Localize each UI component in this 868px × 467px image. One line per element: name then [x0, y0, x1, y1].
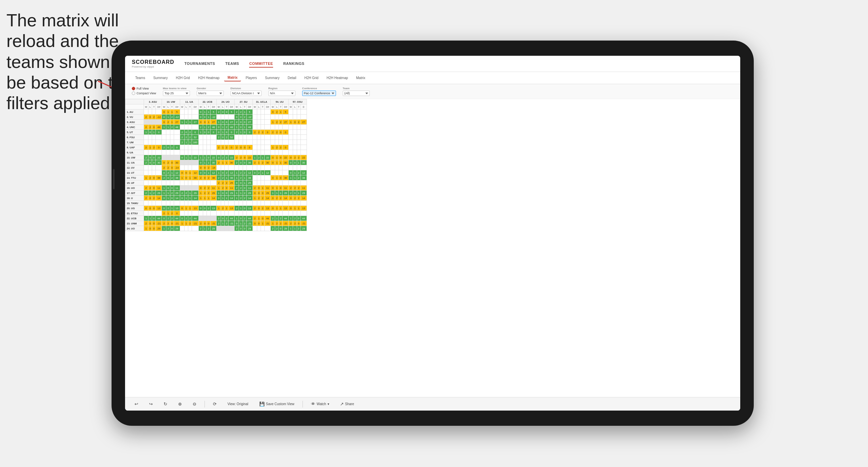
- gender-select[interactable]: Men's Women's: [197, 91, 224, 96]
- matrix-cell: 1: [216, 191, 221, 196]
- nav-tournaments[interactable]: TOURNAMENTS: [185, 60, 215, 68]
- matrix-cell: 1: [216, 170, 221, 175]
- region-select[interactable]: N/A East West South Midwest: [268, 91, 295, 96]
- max-teams-select[interactable]: Top 25 Top 10 Top 50: [163, 91, 190, 96]
- matrix-cell: 2: [270, 216, 275, 221]
- matrix-cell: 2: [257, 155, 261, 160]
- nav-rankings[interactable]: RANKINGS: [283, 60, 305, 68]
- matrix-cell: [221, 150, 225, 155]
- matrix-cell: [235, 201, 239, 206]
- matrix-cell: 2: [148, 175, 152, 180]
- matrix-cell: 2: [152, 196, 156, 201]
- matrix-cell: [211, 140, 217, 145]
- sub-tab-h2h-heatmap[interactable]: H2H Heatmap: [195, 75, 223, 81]
- matrix-cell: [293, 135, 297, 140]
- matrix-cell: 1: [188, 191, 192, 196]
- sub-tab-detail[interactable]: Detail: [284, 75, 300, 81]
- matrix-area[interactable]: 3. ASU 10. UW 11. UA 22. UCB 24. UO 27. …: [125, 99, 740, 392]
- matrix-cell: 0: [162, 109, 166, 115]
- matrix-cell: [246, 135, 252, 140]
- sub-tab-matrix[interactable]: Matrix: [224, 74, 241, 81]
- matrix-cell: 0: [148, 206, 152, 211]
- undo-btn[interactable]: ↩: [132, 400, 141, 408]
- sub-tab-summary[interactable]: Summary: [150, 75, 171, 81]
- watch-icon: 👁: [311, 401, 315, 407]
- matrix-cell: 0: [293, 160, 297, 165]
- watch-label: Watch: [317, 402, 326, 406]
- watch-btn[interactable]: 👁 Watch ▾: [308, 400, 332, 408]
- matrix-cell: [225, 115, 228, 120]
- col-osu: 57. OSU: [289, 99, 307, 104]
- matrix-cell: -21: [174, 221, 180, 226]
- matrix-cell: [207, 211, 210, 216]
- conference-select[interactable]: Pac-12 Conference (All) ACC Big Ten SEC: [302, 91, 336, 96]
- matrix-cell: [211, 145, 217, 150]
- save-custom-btn[interactable]: 💾 Save Custom View: [257, 400, 297, 408]
- zoom-out-btn[interactable]: ⊖: [190, 400, 199, 408]
- sub-tab-h2h-grid2[interactable]: H2H Grid: [301, 75, 322, 81]
- reset-btn[interactable]: ⟳: [210, 400, 219, 408]
- matrix-cell: 0: [289, 196, 293, 201]
- matrix-cell: [184, 201, 188, 206]
- matrix-cell: [144, 109, 148, 115]
- matrix-cell: [261, 115, 264, 120]
- matrix-cell: [152, 165, 156, 170]
- matrix-cell: 0: [148, 155, 152, 160]
- matrix-cell: 0: [289, 160, 293, 165]
- matrix-cell: [188, 145, 192, 150]
- matrix-cell: [162, 155, 166, 160]
- max-teams-filter: Max teams in view Top 25 Top 10 Top 50: [163, 87, 190, 96]
- matrix-cell: 0: [166, 145, 170, 150]
- matrix-cell: [225, 165, 228, 170]
- compact-view-radio[interactable]: Compact View: [132, 92, 156, 95]
- matrix-cell: 13: [156, 206, 162, 211]
- nav-committee[interactable]: COMMITTEE: [249, 60, 273, 68]
- nav-teams[interactable]: TEAMS: [225, 60, 239, 68]
- matrix-cell: 2: [257, 196, 261, 201]
- matrix-cell: 1: [188, 175, 192, 180]
- matrix-cell: 2: [239, 196, 243, 201]
- matrix-cell: [148, 165, 152, 170]
- sub-tab-teams[interactable]: Teams: [132, 75, 148, 81]
- matrix-cell: 0: [246, 130, 252, 135]
- team-select[interactable]: (All): [343, 91, 370, 96]
- zoom-menu-btn[interactable]: ⊕: [175, 400, 185, 408]
- redo-btn[interactable]: ↪: [146, 400, 155, 408]
- refresh-btn[interactable]: ↻: [161, 400, 170, 408]
- share-btn[interactable]: ↗ Share: [337, 400, 357, 408]
- view-original-btn[interactable]: View: Original: [225, 401, 251, 407]
- row-label: 12. UV: [125, 165, 144, 170]
- matrix-cell: 2: [184, 135, 188, 140]
- matrix-cell: [188, 201, 192, 206]
- gender-label: Gender: [197, 87, 224, 90]
- matrix-cell: 30: [283, 160, 289, 165]
- matrix-cell: 0: [203, 115, 207, 120]
- sub-tab-matrix2[interactable]: Matrix: [353, 75, 369, 81]
- matrix-cell: 52: [192, 135, 199, 140]
- matrix-cell: 1: [184, 140, 188, 145]
- matrix-cell: [184, 226, 188, 231]
- sub-tab-summary2[interactable]: Summary: [262, 75, 283, 81]
- matrix-cell: [148, 170, 152, 175]
- matrix-cell: 11: [156, 186, 162, 191]
- sub-tab-h2h-grid[interactable]: H2H Grid: [172, 75, 193, 81]
- matrix-cell: 2: [148, 125, 152, 130]
- matrix-cell: 5: [283, 109, 289, 115]
- row-label: 11. UA: [125, 160, 144, 165]
- matrix-cell: 29: [300, 191, 307, 196]
- row-label: 19. TAMU: [125, 201, 144, 206]
- matrix-cell: [225, 211, 228, 216]
- matrix-cell: 0: [156, 130, 162, 135]
- division-select[interactable]: NCAA Division I NCAA Division II NCAA Di…: [231, 91, 262, 96]
- matrix-cell: -21: [265, 221, 271, 226]
- matrix-cell: [180, 180, 184, 186]
- matrix-cell: [257, 211, 261, 216]
- sub-tab-h2h-heatmap2[interactable]: H2H Heatmap: [323, 75, 351, 81]
- redo-icon: ↪: [149, 401, 153, 407]
- full-view-radio[interactable]: Full View: [132, 87, 156, 90]
- conference-label: Conference: [302, 87, 336, 90]
- matrix-cell: 1: [166, 211, 170, 216]
- matrix-cell: [188, 211, 192, 216]
- sub-tab-players[interactable]: Players: [242, 75, 260, 81]
- matrix-cell: [275, 170, 279, 175]
